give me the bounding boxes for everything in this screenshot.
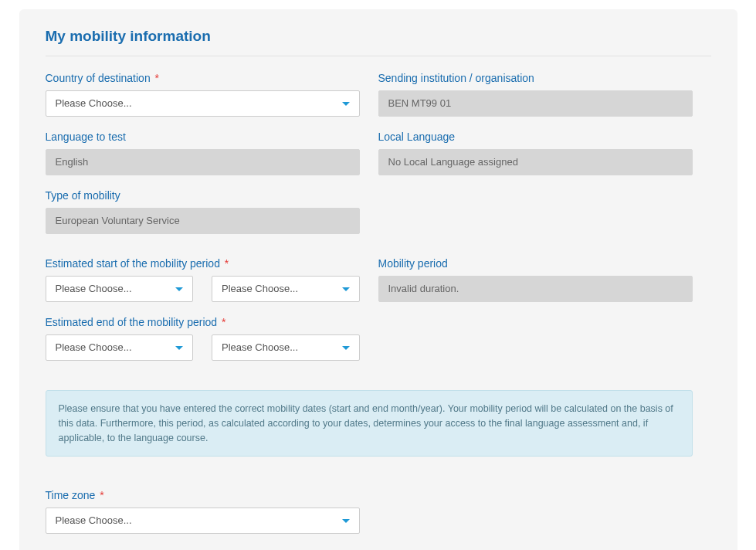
form-grid: Country of destination * Please Choose..… <box>46 72 711 548</box>
label-sending-institution: Sending institution / organisation <box>378 72 693 84</box>
sending-institution-value: BEN MT99 01 <box>378 90 693 117</box>
required-marker: * <box>222 257 229 270</box>
local-language-value: No Local Language assigned <box>378 149 693 175</box>
field-language-test: Language to test English <box>46 131 378 175</box>
label-end-period: Estimated end of the mobility period * <box>46 316 360 328</box>
timezone-select[interactable]: Please Choose... <box>46 508 360 534</box>
label-language-test: Language to test <box>46 131 360 143</box>
end-year-select[interactable]: Please Choose... <box>212 334 360 361</box>
mobility-dates-info: Please ensure that you have entered the … <box>46 390 693 457</box>
country-select-value: Please Choose... <box>56 97 132 109</box>
mobility-type-value: European Voluntary Service <box>46 208 360 234</box>
required-marker: * <box>152 72 159 84</box>
label-mobility-type: Type of mobility <box>46 189 360 202</box>
required-marker: * <box>97 489 103 501</box>
field-timezone: Time zone * Please Choose... <box>46 489 378 534</box>
chevron-down-icon <box>342 287 350 291</box>
info-container: Please ensure that you have entered the … <box>46 384 711 475</box>
label-local-language: Local Language <box>378 131 693 143</box>
field-mobility-period: Mobility period Invalid duration. <box>378 257 711 302</box>
chevron-down-icon <box>342 346 350 350</box>
start-year-value: Please Choose... <box>222 283 298 294</box>
country-select[interactable]: Please Choose... <box>46 90 360 117</box>
end-month-value: Please Choose... <box>56 341 132 353</box>
field-local-language: Local Language No Local Language assigne… <box>378 131 711 175</box>
panel-title: My mobility information <box>46 28 711 56</box>
label-mobility-period: Mobility period <box>378 257 693 270</box>
chevron-down-icon <box>175 346 183 350</box>
start-year-select[interactable]: Please Choose... <box>212 276 360 302</box>
field-sending-institution: Sending institution / organisation BEN M… <box>378 72 711 117</box>
start-month-value: Please Choose... <box>56 283 132 294</box>
label-start-period: Estimated start of the mobility period * <box>46 257 360 270</box>
chevron-down-icon <box>175 287 183 291</box>
field-start-period: Estimated start of the mobility period *… <box>46 257 378 302</box>
end-month-select[interactable]: Please Choose... <box>46 334 194 361</box>
mobility-info-panel: My mobility information Country of desti… <box>19 9 737 550</box>
timezone-value: Please Choose... <box>56 514 132 526</box>
spacer-col <box>378 189 711 234</box>
required-marker: * <box>219 316 225 328</box>
chevron-down-icon <box>342 102 350 106</box>
field-end-period: Estimated end of the mobility period * P… <box>46 316 378 361</box>
spacer-col-2 <box>378 316 711 361</box>
row-spacer <box>46 248 711 257</box>
row-spacer-2 <box>46 375 711 384</box>
end-year-value: Please Choose... <box>222 341 298 353</box>
label-country: Country of destination * <box>46 72 360 84</box>
label-timezone: Time zone * <box>46 489 360 501</box>
language-test-value: English <box>46 149 360 175</box>
mobility-period-value: Invalid duration. <box>378 276 693 302</box>
field-country: Country of destination * Please Choose..… <box>46 72 378 117</box>
chevron-down-icon <box>342 519 350 523</box>
field-mobility-type: Type of mobility European Voluntary Serv… <box>46 189 378 234</box>
start-month-select[interactable]: Please Choose... <box>46 276 194 302</box>
